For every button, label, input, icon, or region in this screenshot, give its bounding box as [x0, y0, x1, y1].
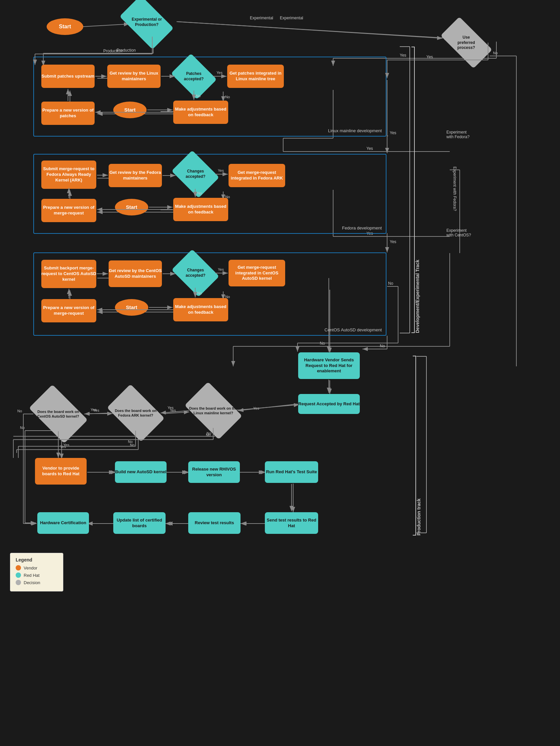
svg-text:No: No — [388, 281, 393, 286]
svg-text:No: No — [206, 431, 211, 435]
decision-exp-prod-label: Experimental orProduction? — [132, 17, 162, 27]
legend-title: Legend — [16, 557, 58, 563]
svg-text:Yes: Yes — [218, 169, 224, 173]
legend-vendor-label: Vendor — [24, 566, 37, 571]
svg-text:No: No — [206, 433, 211, 437]
decision-use-preferred-label: Usepreferredprocess? — [457, 35, 475, 51]
svg-text:Yes: Yes — [60, 444, 66, 449]
changes-accepted-fedora: Changesaccepted? — [172, 150, 220, 198]
linux-subgraph-label: Linux mainline development — [328, 128, 382, 133]
svg-text:Production: Production — [103, 49, 122, 53]
decision-centos-kernel: Does the board work on CentOS AutoSD ker… — [29, 385, 88, 443]
send-test-results: Send test results to Red Hat — [265, 512, 318, 534]
get-review-fedora: Get review by the Fedora maintainers — [109, 164, 162, 187]
decision-fedora-kernel: Does the board work on Fedora ARK kernel… — [107, 384, 165, 441]
svg-text:Yes: Yes — [253, 406, 259, 410]
svg-line-152 — [177, 22, 442, 38]
svg-line-3 — [176, 22, 450, 38]
changes-accepted-centos: Changesaccepted? — [172, 249, 220, 297]
svg-text:No: No — [17, 409, 22, 413]
experiment-centos-label: Experimentwith CentOS? — [446, 228, 471, 237]
make-adjustments-fedora: Make adjustments based on feedback — [173, 198, 228, 221]
make-adjustments-linux: Make adjustments based on feedback — [173, 101, 228, 124]
decision-linux-kernel: Does the board work on the Linux mainlin… — [185, 382, 242, 439]
legend-decision-label: Decision — [24, 580, 40, 585]
svg-text:Yes: Yes — [400, 53, 407, 58]
get-patches-integrated: Get patches integrated in Linux mainline… — [227, 65, 284, 88]
linux-subgraph: Linux mainline development Submit patche… — [33, 57, 387, 137]
centos-subgraph-label: CentOS AutoSD development — [325, 327, 382, 333]
hw-vendor-sends: Hardware Vendor Sends Request to Red Hat… — [298, 352, 360, 379]
svg-text:No: No — [320, 341, 325, 346]
update-certified-boards: Update list of certified boards — [113, 512, 166, 534]
prod-track-label: Production track — [416, 356, 421, 536]
experiment-fedora-label: Experimentwith Fedora? — [446, 130, 469, 139]
legend-redhat: Red Hat — [16, 573, 58, 578]
get-merge-centos: Get merge-request integrated in CentOS A… — [228, 260, 285, 286]
svg-text:Yes: Yes — [63, 443, 69, 447]
svg-text:Production: Production — [117, 48, 136, 53]
svg-text:Yes: Yes — [170, 408, 176, 412]
decision-exp-prod: Experimental orProduction? — [120, 0, 174, 49]
prepare-patches: Prepare a new version of patches — [41, 102, 94, 125]
legend-decision-dot — [16, 580, 21, 585]
svg-line-2 — [83, 24, 129, 27]
legend-vendor: Vendor — [16, 565, 58, 571]
svg-text:Yes: Yes — [217, 70, 223, 75]
legend: Legend Vendor Red Hat Decision — [10, 553, 63, 592]
get-review-linux: Get review by the Linux maintainers — [107, 65, 161, 88]
submit-backport: Submit backport merge-request to CentOS … — [41, 260, 96, 288]
dev-exp-bracket — [412, 47, 415, 333]
start-linux: Start — [113, 102, 147, 118]
svg-text:Experiment with Fedora?: Experiment with Fedora? — [452, 167, 457, 211]
svg-text:Yes: Yes — [93, 408, 99, 412]
start-node: Start — [47, 18, 83, 35]
svg-text:Yes: Yes — [390, 239, 396, 244]
build-autosd: Build new AutoSD kernel — [115, 461, 167, 483]
get-merge-fedora: Get merge-request integrated in Fedora A… — [228, 164, 285, 187]
svg-line-128 — [84, 413, 111, 414]
run-test-suite: Run Red Hat's Test Suite — [265, 461, 318, 483]
hardware-certification: Hardware Certification — [37, 512, 89, 534]
decision-use-preferred: Usepreferredprocess? — [440, 17, 493, 68]
prepare-merge-centos: Prepare a new version of merge-request — [41, 299, 96, 322]
submit-merge-fedora: Submit merge-request to Fedora Always Re… — [41, 161, 96, 189]
legend-vendor-dot — [16, 565, 21, 571]
start-label: Start — [59, 23, 71, 30]
make-adjustments-centos: Make adjustments based on feedback — [173, 298, 228, 321]
legend-redhat-label: Red Hat — [24, 573, 40, 578]
fedora-subgraph-label: Fedora development — [342, 226, 382, 230]
submit-patches: Submit patches upstream — [41, 65, 94, 88]
svg-text:No: No — [20, 426, 25, 430]
svg-text:Experimental: Experimental — [280, 16, 303, 20]
request-accepted: Request Accepted by Red Hat — [298, 394, 360, 414]
legend-redhat-dot — [16, 573, 21, 578]
svg-text:Yes: Yes — [168, 406, 173, 410]
svg-text:Yes: Yes — [390, 131, 396, 135]
svg-text:Yes: Yes — [91, 408, 96, 412]
svg-text:No: No — [493, 51, 498, 55]
dev-exp-track-label: Development/Experimental Track — [415, 47, 420, 333]
svg-text:Yes: Yes — [366, 146, 373, 151]
legend-decision: Decision — [16, 580, 58, 585]
start-centos: Start — [115, 299, 148, 316]
svg-text:Experimental: Experimental — [250, 16, 273, 20]
vendor-provide-boards: Vendor to provide boards to Red Hat — [35, 458, 87, 485]
svg-text:No: No — [380, 344, 385, 348]
fedora-subgraph: Fedora development Submit merge-request … — [33, 154, 387, 234]
patches-accepted: Patchesaccepted? — [171, 54, 217, 99]
prepare-merge-fedora: Prepare a new version of merge-request — [41, 199, 96, 222]
svg-text:No: No — [128, 440, 133, 443]
svg-line-125 — [238, 404, 298, 411]
svg-text:No: No — [130, 443, 135, 447]
release-rhivos: Release new RHIVOS version — [188, 461, 240, 483]
svg-line-126 — [161, 411, 189, 413]
get-review-centos: Get review by the CentOS AutoSD maintain… — [109, 260, 162, 287]
start-fedora: Start — [115, 199, 148, 216]
svg-line-59 — [164, 412, 189, 413]
svg-text:Yes: Yes — [218, 267, 224, 271]
centos-subgraph: CentOS AutoSD development Submit backpor… — [33, 253, 387, 336]
diagram-container: Experimental Production Yes Yes No Yes — [0, 0, 560, 746]
prod-track-bracket — [413, 356, 416, 536]
svg-text:Yes: Yes — [426, 55, 433, 59]
